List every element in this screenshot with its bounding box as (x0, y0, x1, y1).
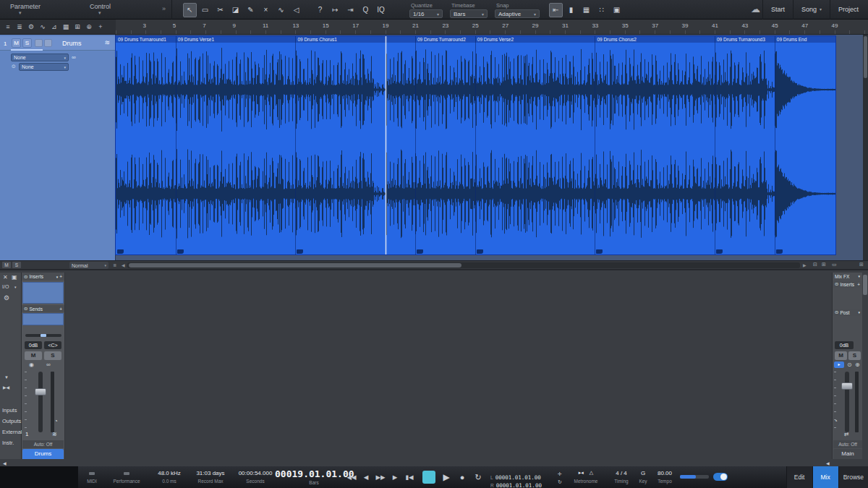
tool-settings-icon[interactable]: ⚙ (25, 21, 37, 33)
start-button[interactable]: Start (762, 0, 793, 20)
ramp-icon[interactable]: ⊿ (48, 21, 60, 33)
post-header[interactable]: ⊙ Post ▾ (833, 309, 862, 316)
cloud-icon[interactable]: ☁ (751, 4, 760, 14)
add-insert-icon[interactable]: + (59, 274, 62, 279)
loop-range-display[interactable]: L00001.01.01.00 R00001.01.01.00 (490, 466, 551, 488)
ruler-bar-27[interactable]: 27 (502, 22, 509, 29)
metronome-group[interactable]: ▸◂ △ Metronome (566, 466, 606, 488)
play-button[interactable]: ▶ (440, 471, 453, 484)
section-marker[interactable] (477, 249, 483, 254)
ruler-bar-31[interactable]: 31 (562, 22, 569, 29)
fader-handle[interactable] (35, 388, 46, 395)
io-section-label[interactable]: I/O (2, 284, 9, 289)
help-button[interactable]: ? (313, 3, 327, 17)
console-scroll-left-icon[interactable]: ◀ (3, 461, 7, 466)
section-marker[interactable] (776, 249, 783, 254)
wrench-icon[interactable]: ⚙ (4, 294, 9, 301)
inserts-slot[interactable] (22, 282, 64, 304)
add-send-icon[interactable]: + (59, 307, 62, 312)
record-arm-button[interactable] (35, 39, 43, 47)
ruler-bar-21[interactable]: 21 (412, 22, 419, 29)
track-height-icon[interactable]: ≣ (14, 21, 25, 33)
scroll-left-icon[interactable]: ◀ (122, 262, 125, 267)
device-icon[interactable]: ▣ (610, 3, 624, 17)
input-quantize-toggle[interactable]: IQ (374, 3, 388, 17)
zoom-in-icon[interactable]: ⊞ (822, 262, 826, 267)
channel-pan-value[interactable]: <C> (44, 341, 61, 349)
console-nav-instr[interactable]: Instr. (2, 440, 14, 446)
ruler-bar-23[interactable]: 23 (442, 22, 448, 29)
loop-button[interactable]: ↻ (472, 471, 485, 484)
inserts-header[interactable]: ⊙ Inserts ▾ + (22, 273, 64, 281)
main-volume-fader[interactable] (845, 372, 849, 432)
channel-name-tab[interactable]: Drums (22, 449, 64, 459)
zoom-out-icon[interactable]: ⊟ (813, 262, 817, 267)
console-nav-external[interactable]: External (2, 429, 22, 435)
global-mute-button[interactable]: M (2, 262, 11, 268)
input-monitor-icon[interactable]: ∞ (72, 54, 76, 61)
main-solo-button[interactable]: S (848, 351, 861, 360)
main-fader-handle[interactable] (841, 382, 853, 390)
edit-tab[interactable]: Edit (786, 466, 812, 488)
ruler-bar-43[interactable]: 43 (741, 22, 748, 29)
parameter-selector[interactable]: Parameter ▾ (0, 0, 80, 20)
chevron-down-icon[interactable]: ▾ (14, 285, 17, 289)
clip-indicator-icon[interactable]: ◔ (54, 418, 58, 424)
track-header-drums[interactable]: 1 M S Drums ≋ (0, 36, 116, 51)
layers-icon[interactable]: ⊞ (72, 21, 83, 33)
chevron-down-icon[interactable]: ▾ (98, 10, 101, 16)
add-insert-icon[interactable]: + (857, 282, 860, 287)
record-button[interactable]: ● (456, 471, 469, 484)
seconds-display[interactable]: 00:00:54.000 Seconds (233, 466, 278, 488)
precount-icon[interactable]: ▸◂ (579, 470, 584, 475)
console-nav-outputs[interactable]: Outputs (2, 418, 21, 424)
chevron-down-icon[interactable]: ▾ (858, 310, 860, 314)
arrow-tool[interactable]: ↖ (183, 3, 197, 17)
section-marker[interactable] (177, 249, 184, 254)
pan-slider[interactable] (25, 334, 61, 337)
horizontal-scrollbar[interactable] (127, 262, 800, 268)
record-arm-icon[interactable]: ◉ (29, 361, 34, 368)
ruler-bar-39[interactable]: 39 (682, 22, 689, 29)
ruler-bar-3[interactable]: 3 (142, 22, 145, 29)
metronome-icon[interactable]: △ (590, 470, 593, 475)
horizontal-scrollbar-thumb[interactable] (129, 263, 461, 267)
control-selector[interactable]: Control ▾ (80, 0, 159, 20)
ruler-bar-35[interactable]: 35 (622, 22, 629, 29)
next-marker-button[interactable]: ▶ (389, 471, 401, 484)
ruler-bar-15[interactable]: 15 (323, 22, 329, 29)
track-mode-dropdown[interactable]: Normal ▾ (69, 262, 109, 269)
main-inserts-header[interactable]: ⊙ Inserts + (833, 281, 862, 288)
ruler-bar-29[interactable]: 29 (532, 22, 539, 29)
return-to-zero-button[interactable]: ▮◀ (404, 471, 415, 484)
monitor-button[interactable] (44, 39, 52, 47)
main-name-tab[interactable]: Main (833, 449, 862, 459)
split-tool[interactable]: ✂ (213, 3, 227, 17)
mute-tool[interactable]: × (259, 3, 273, 17)
performance-indicator[interactable]: Performance (106, 466, 148, 488)
quantize-toggle[interactable]: Q (359, 3, 373, 17)
ruler-bar-45[interactable]: 45 (772, 22, 778, 29)
close-icon[interactable]: ✕ (3, 274, 8, 281)
ruler-bar-7[interactable]: 7 (203, 22, 205, 29)
paint-tool[interactable]: ✎ (244, 3, 258, 17)
ruler-bar-9[interactable]: 9 (233, 22, 236, 29)
mix-tab[interactable]: Mix (812, 466, 838, 488)
browse-tab[interactable]: Browse (838, 466, 868, 488)
power-icon[interactable]: ⊙ (24, 274, 27, 280)
track-output-dropdown[interactable]: None ▾ (19, 63, 69, 71)
timebase-dropdown[interactable]: Bars ▾ (450, 9, 488, 18)
ruler-bar-37[interactable]: 37 (652, 22, 658, 29)
main-clip-indicator-icon[interactable]: ◔ (834, 418, 838, 424)
track-input-dropdown[interactable]: None ▾ (11, 53, 69, 61)
ruler-bar-11[interactable]: 11 (263, 22, 268, 29)
play-from-marker-button[interactable]: ↦ (328, 3, 342, 17)
automation-icon[interactable]: ∿ (37, 21, 48, 33)
sends-header[interactable]: ⊙ Sends + (22, 305, 64, 312)
channel-volume-value[interactable]: 0dB (25, 341, 42, 349)
previous-marker-button[interactable]: ◀◀ (346, 471, 357, 484)
chevron-down-icon[interactable]: ▾ (56, 275, 59, 279)
power-icon[interactable]: ⊙ (835, 309, 838, 315)
main-time-display[interactable]: 00019.01.01.00 Bars (275, 466, 353, 488)
grid-view-icon[interactable]: ▦ (579, 3, 593, 17)
